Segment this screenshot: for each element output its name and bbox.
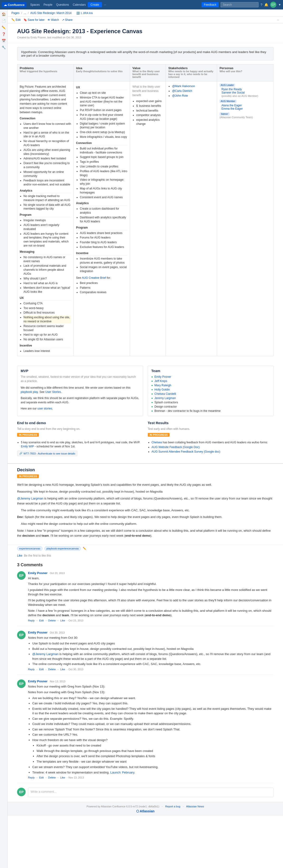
more-actions-icon[interactable]: ···	[277, 18, 279, 22]
sidebar-calendar-icon[interactable]: 📅	[1, 38, 7, 43]
team-jeremy-link[interactable]: Jeremy Largman	[154, 397, 176, 400]
stakeholder-2-link[interactable]: @Carlu Dietrich	[172, 89, 192, 93]
creative-brief-list: Best practices Patterns Comparative revi…	[76, 281, 128, 294]
jira-link[interactable]: 1 JIRA link	[81, 11, 93, 14]
list-item: Hard to tell what an AUG is	[24, 281, 71, 285]
help-icon[interactable]: ?	[260, 3, 262, 7]
reply-button-1[interactable]: Reply	[28, 619, 35, 622]
comment-2-body: Emily Posner Oct 30, 2013 Notes from our…	[28, 631, 274, 671]
search-input[interactable]	[221, 2, 259, 7]
summit-feedback-link[interactable]: AUG Summit Attendee Feedback Survey (Goo…	[151, 450, 220, 453]
sidebar-space-icon[interactable]: 🔧	[1, 44, 7, 50]
like-button-2[interactable]: Like	[60, 668, 65, 671]
confluence-logo[interactable]: ☁ Confluence	[2, 2, 26, 7]
edit-button-2[interactable]: Edit	[39, 668, 44, 671]
delete-button-1[interactable]: Delete	[48, 619, 56, 622]
nav-questions[interactable]: Questions	[54, 3, 71, 6]
page-footer: Powered by Atlassian Confluence 6.0.5-m7…	[8, 802, 283, 816]
more-nav-icon[interactable]: ···	[104, 3, 106, 6]
like-button[interactable]: Like	[17, 554, 22, 557]
website-feedback-link[interactable]: AUG Website Feedback (Google Doc)	[151, 445, 200, 449]
playbook-link[interactable]: playbook play	[21, 390, 38, 394]
list-item: Missed opportunity for an online communi…	[24, 170, 71, 178]
chelsea-mention[interactable]: Chelsea	[151, 441, 162, 444]
comment-input-field[interactable]: Write a comment...	[28, 788, 274, 797]
team-chelsea-link[interactable]: Chelsea Ciardelli	[154, 392, 176, 396]
jira-issue-link[interactable]: 🔗 WT7-7833 - Authenticate to see issue d…	[17, 451, 77, 456]
edit-button[interactable]: ✏️ Edit	[11, 18, 21, 22]
nav-spaces[interactable]: Spaces	[28, 3, 41, 6]
persona-sameer-link[interactable]: Sameer the Social	[221, 91, 245, 94]
list-item: No visual hierarchy or recognition of AU…	[24, 139, 71, 147]
breadcrumb: Pages / ... / AUG Site Redesign: March 2…	[11, 11, 72, 15]
report-bug-link[interactable]: Report a bug	[165, 805, 180, 808]
nav-calendars[interactable]: Calendars	[71, 3, 88, 6]
e2e-box: End to end demo Tell a story end to end …	[17, 421, 143, 456]
list-item: Nothing exciting about using the site, n…	[24, 315, 71, 323]
share-icon: ↗	[62, 18, 64, 22]
tag-2[interactable]: playbook-experiencecanvas	[45, 547, 81, 551]
team-jeff-link[interactable]: Jeff Kreps	[154, 379, 167, 383]
nav-right-section: Feedback ? 🔔 EP ▼	[202, 2, 281, 8]
feedback-button[interactable]: Feedback	[202, 2, 219, 7]
atlassian-news-link[interactable]: Atlassian News	[186, 805, 204, 808]
team-holly-link[interactable]: Holly Goldin	[154, 388, 170, 391]
jeremy-link[interactable]: @Jeremy Largman	[17, 497, 44, 500]
main-content-area: Pages / ... / AUG Site Redesign: March 2…	[8, 9, 283, 868]
comment-1-author[interactable]: Emily Posner	[28, 571, 48, 575]
share-button[interactable]: ↗ Share	[62, 18, 73, 22]
emily-wip-link[interactable]: Emily WIP	[21, 445, 34, 448]
list-item: Doesn't feel like you're connecting to a…	[24, 161, 71, 169]
jeremy-mention-2[interactable]: @Jeremy Largman	[32, 652, 59, 656]
mvp-body1: We did something a little different this…	[21, 385, 140, 394]
comment-2-author[interactable]: Emily Posner	[28, 631, 48, 634]
comment-2: EP Emily Posner Oct 30, 2013 Notes from …	[17, 631, 274, 675]
delete-button-3[interactable]: Delete	[48, 776, 56, 779]
launch-february-link[interactable]: Launch: February.	[110, 771, 135, 774]
list-item: Create a custom dashboard for analytics	[80, 207, 128, 215]
edit-button-3[interactable]: Edit	[39, 776, 44, 779]
comment-3-author[interactable]: Emily Posner	[28, 680, 48, 683]
comments-title: 3 Comments	[17, 562, 274, 567]
breadcrumb-parent[interactable]: AUG Site Redesign: March 2014	[30, 11, 72, 15]
reply-button-2[interactable]: Reply	[28, 668, 35, 671]
breadcrumb-pages[interactable]: Pages	[11, 11, 20, 15]
tag-1[interactable]: experiencecanvas	[17, 547, 43, 551]
create-button[interactable]: Create	[88, 2, 102, 7]
team-brennan: ● Brennan - dev contractor to fix bugs i…	[151, 409, 270, 413]
save-later-button[interactable]: 🔖 Save for later	[24, 18, 45, 22]
edit-tags-icon[interactable]: ✏️	[83, 547, 86, 550]
sidebar-questions-icon[interactable]: ❓	[1, 31, 7, 37]
separator: ·	[36, 776, 37, 779]
sidebar-blog-icon[interactable]: ✏️	[1, 25, 7, 30]
edit-button-1[interactable]: Edit	[39, 619, 44, 622]
watch-button[interactable]: 👁 Watch	[48, 18, 59, 22]
user-stories-link-1[interactable]: User Stories	[45, 390, 61, 394]
team-emily-link[interactable]: Emily Posner	[154, 375, 171, 378]
user-avatar[interactable]: EP	[270, 2, 276, 8]
user-stories-link-2[interactable]: user stories	[37, 407, 52, 410]
reply-button-3[interactable]: Reply	[28, 776, 35, 779]
notifications-icon[interactable]: 🔔	[264, 3, 268, 7]
like-button-3[interactable]: Like	[60, 776, 65, 779]
program-subheading: Program	[20, 213, 71, 217]
comment-3-actions: Reply · Edit · Delete · Like · Nov 13, 2…	[28, 776, 274, 779]
stakeholder-3-link[interactable]: @John Rote	[172, 94, 188, 97]
sidebar-home-icon[interactable]: 🏠	[1, 11, 7, 17]
sidebar-pages-icon[interactable]: 📄	[1, 18, 7, 24]
persona-alana-link[interactable]: Alana the Eager	[221, 104, 242, 107]
breadcrumb-ellipsis[interactable]: ...	[24, 11, 26, 15]
delete-button-2[interactable]: Delete	[48, 668, 56, 671]
top-navigation: ☁ Confluence Spaces People Questions Cal…	[0, 0, 283, 9]
persona-ryan-link[interactable]: Ryan the Ready	[221, 88, 242, 91]
persona-emma-link[interactable]: Emma the Eager	[221, 107, 243, 111]
stakeholder-1-link[interactable]: @Mark Halvorson	[172, 85, 195, 88]
user-menu-icon[interactable]: ▼	[278, 3, 281, 6]
jira-icon: 🔗	[19, 452, 23, 455]
list-item: Lack of promotional materials and channe…	[24, 264, 71, 276]
e2e-status-badge: IN PROGRESS	[17, 433, 39, 437]
team-mary-link[interactable]: Mary Raleigh	[154, 384, 171, 387]
aug-creative-brief-link[interactable]: AUG Creative Brief	[82, 276, 106, 279]
like-button-1[interactable]: Like	[60, 619, 65, 622]
nav-people[interactable]: People	[41, 3, 54, 6]
